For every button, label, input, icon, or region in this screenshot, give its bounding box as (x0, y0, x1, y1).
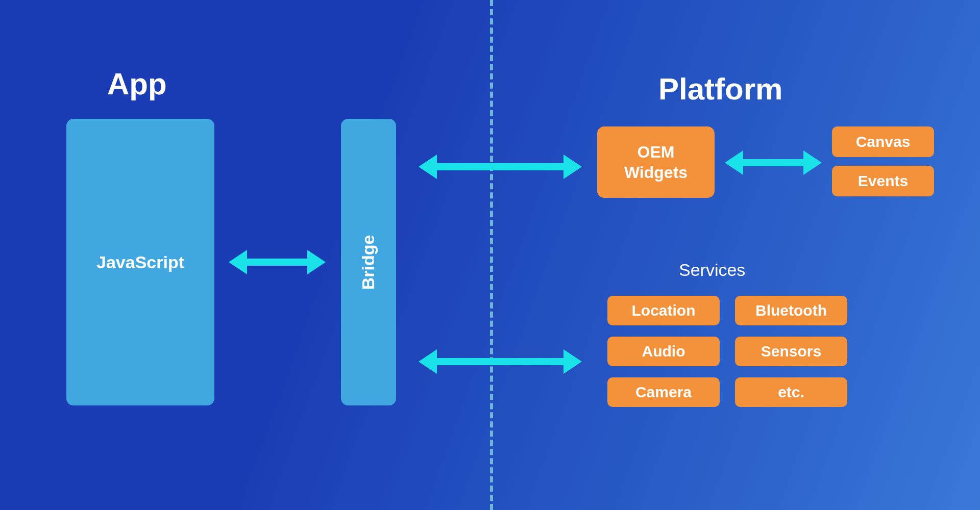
oem-widgets-label: OEM Widgets (624, 142, 688, 183)
arrow-shaft (247, 259, 307, 266)
arrow-head-left-icon (725, 150, 743, 175)
service-camera-box: Camera (607, 377, 720, 407)
arrow-head-right-icon (564, 349, 582, 374)
arrow-head-right-icon (564, 155, 582, 179)
vertical-divider (490, 0, 493, 510)
arrow-bridge-services (419, 349, 582, 374)
platform-title: Platform (658, 71, 782, 107)
arrow-bridge-oem (419, 155, 582, 179)
arrow-shaft (437, 358, 564, 365)
arrow-head-right-icon (307, 250, 326, 274)
javascript-label: JavaScript (96, 252, 184, 272)
service-sensors-label: Sensors (761, 343, 821, 360)
bridge-box: Bridge (341, 119, 396, 405)
service-sensors-box: Sensors (735, 337, 847, 366)
arrow-js-bridge (229, 250, 326, 274)
service-audio-box: Audio (607, 337, 720, 366)
arrow-head-left-icon (229, 250, 247, 274)
oem-widgets-box: OEM Widgets (597, 126, 715, 198)
service-camera-label: Camera (635, 384, 692, 401)
arrow-shaft (437, 163, 564, 170)
service-bluetooth-box: Bluetooth (735, 296, 847, 325)
service-audio-label: Audio (642, 343, 685, 360)
events-label: Events (858, 172, 908, 190)
arrow-head-left-icon (419, 155, 437, 179)
events-box: Events (832, 166, 934, 196)
bridge-label: Bridge (359, 235, 379, 290)
canvas-label: Canvas (856, 133, 911, 150)
javascript-box: JavaScript (66, 119, 214, 405)
app-title: App (107, 66, 167, 101)
service-location-label: Location (632, 302, 696, 319)
service-etc-box: etc. (735, 377, 847, 407)
arrow-head-right-icon (803, 150, 822, 175)
arrow-oem-canvasevents (725, 150, 822, 175)
arrow-head-left-icon (419, 349, 437, 374)
services-title: Services (679, 260, 745, 280)
service-location-box: Location (607, 296, 720, 325)
service-etc-label: etc. (778, 384, 804, 401)
service-bluetooth-label: Bluetooth (755, 302, 827, 319)
canvas-box: Canvas (832, 126, 934, 157)
arrow-shaft (743, 159, 803, 166)
